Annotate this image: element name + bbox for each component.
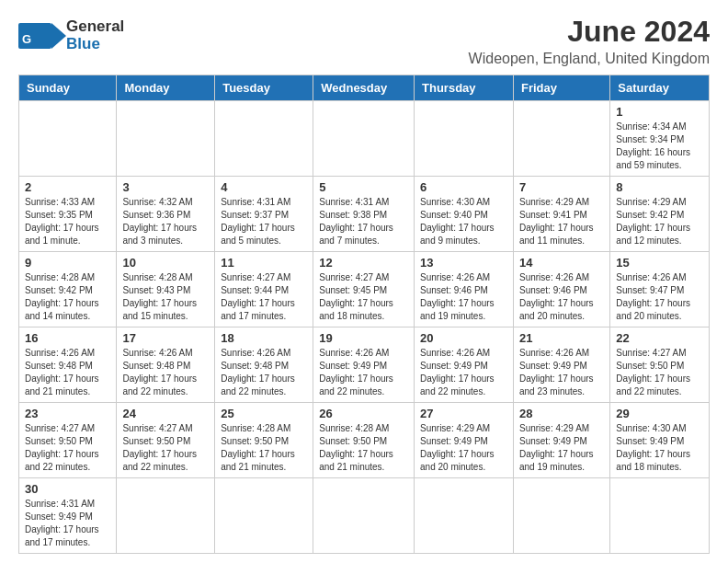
calendar-cell: 24Sunrise: 4:27 AMSunset: 9:50 PMDayligh… (117, 403, 215, 478)
calendar-header-saturday: Saturday (610, 75, 710, 101)
day-info: Sunrise: 4:26 AMSunset: 9:48 PMDaylight:… (221, 347, 307, 398)
month-title: June 2024 (469, 15, 710, 49)
day-number: 10 (122, 256, 209, 270)
day-number: 19 (319, 331, 408, 345)
day-info: Sunrise: 4:26 AMSunset: 9:48 PMDaylight:… (25, 347, 110, 398)
calendar-header-row: SundayMondayTuesdayWednesdayThursdayFrid… (19, 75, 710, 101)
day-number: 17 (122, 331, 209, 345)
calendar-cell: 20Sunrise: 4:26 AMSunset: 9:49 PMDayligh… (415, 327, 514, 403)
calendar-cell (313, 478, 415, 554)
svg-text:G: G (22, 32, 31, 46)
calendar-cell: 12Sunrise: 4:27 AMSunset: 9:45 PMDayligh… (313, 252, 415, 327)
day-info: Sunrise: 4:31 AMSunset: 9:49 PMDaylight:… (25, 498, 110, 549)
day-info: Sunrise: 4:26 AMSunset: 9:46 PMDaylight:… (519, 271, 604, 323)
calendar-cell: 8Sunrise: 4:29 AMSunset: 9:42 PMDaylight… (610, 177, 710, 252)
day-number: 7 (519, 180, 604, 194)
calendar-cell (513, 101, 609, 177)
location-title: Wideopen, England, United Kingdom (469, 51, 710, 67)
calendar-week-row: 23Sunrise: 4:27 AMSunset: 9:50 PMDayligh… (19, 403, 710, 478)
day-info: Sunrise: 4:30 AMSunset: 9:49 PMDaylight:… (616, 422, 703, 474)
day-number: 3 (122, 180, 209, 194)
calendar-cell: 14Sunrise: 4:26 AMSunset: 9:46 PMDayligh… (513, 252, 609, 327)
day-info: Sunrise: 4:26 AMSunset: 9:48 PMDaylight:… (122, 347, 209, 398)
calendar-header-wednesday: Wednesday (313, 75, 415, 101)
day-info: Sunrise: 4:31 AMSunset: 9:38 PMDaylight:… (319, 196, 408, 247)
day-number: 2 (25, 180, 110, 194)
calendar-cell: 9Sunrise: 4:28 AMSunset: 9:42 PMDaylight… (19, 252, 117, 327)
calendar-header-tuesday: Tuesday (215, 75, 313, 101)
day-number: 9 (25, 256, 110, 270)
day-number: 4 (221, 180, 307, 194)
calendar-cell: 11Sunrise: 4:27 AMSunset: 9:44 PMDayligh… (215, 252, 313, 327)
day-info: Sunrise: 4:27 AMSunset: 9:50 PMDaylight:… (616, 347, 703, 398)
day-number: 14 (519, 256, 604, 270)
day-info: Sunrise: 4:29 AMSunset: 9:42 PMDaylight:… (616, 196, 703, 247)
calendar-cell (610, 478, 710, 554)
calendar-cell: 4Sunrise: 4:31 AMSunset: 9:37 PMDaylight… (215, 177, 313, 252)
day-number: 18 (221, 331, 307, 345)
day-number: 24 (122, 407, 209, 420)
calendar-cell: 30Sunrise: 4:31 AMSunset: 9:49 PMDayligh… (19, 478, 117, 554)
calendar-cell: 29Sunrise: 4:30 AMSunset: 9:49 PMDayligh… (610, 403, 710, 478)
calendar-cell (215, 478, 313, 554)
calendar-cell: 5Sunrise: 4:31 AMSunset: 9:38 PMDaylight… (313, 177, 415, 252)
calendar-cell: 16Sunrise: 4:26 AMSunset: 9:48 PMDayligh… (19, 327, 117, 403)
day-info: Sunrise: 4:27 AMSunset: 9:50 PMDaylight:… (25, 422, 110, 474)
calendar-cell: 17Sunrise: 4:26 AMSunset: 9:48 PMDayligh… (117, 327, 215, 403)
day-number: 15 (616, 256, 703, 270)
day-number: 23 (25, 407, 110, 420)
day-number: 16 (25, 331, 110, 345)
day-info: Sunrise: 4:27 AMSunset: 9:50 PMDaylight:… (122, 422, 209, 474)
day-number: 29 (616, 407, 703, 420)
calendar-cell: 22Sunrise: 4:27 AMSunset: 9:50 PMDayligh… (610, 327, 710, 403)
calendar-cell: 10Sunrise: 4:28 AMSunset: 9:43 PMDayligh… (117, 252, 215, 327)
calendar-cell: 2Sunrise: 4:33 AMSunset: 9:35 PMDaylight… (19, 177, 117, 252)
calendar-header-friday: Friday (513, 75, 609, 101)
logo: G General Blue (18, 18, 124, 52)
day-info: Sunrise: 4:31 AMSunset: 9:37 PMDaylight:… (221, 196, 307, 247)
day-info: Sunrise: 4:28 AMSunset: 9:50 PMDaylight:… (221, 422, 307, 474)
calendar-cell (313, 101, 415, 177)
calendar-cell (215, 101, 313, 177)
day-info: Sunrise: 4:26 AMSunset: 9:47 PMDaylight:… (616, 271, 703, 323)
logo-general-text: General (66, 18, 124, 36)
day-number: 25 (221, 407, 307, 420)
logo-blue-text: Blue (66, 36, 124, 53)
day-number: 22 (616, 331, 703, 345)
day-number: 11 (221, 256, 307, 270)
calendar-cell: 13Sunrise: 4:26 AMSunset: 9:46 PMDayligh… (415, 252, 514, 327)
day-info: Sunrise: 4:29 AMSunset: 9:49 PMDaylight:… (519, 422, 604, 474)
day-info: Sunrise: 4:34 AMSunset: 9:34 PMDaylight:… (616, 121, 703, 172)
logo-icon: G (18, 19, 66, 52)
day-number: 21 (519, 331, 604, 345)
calendar-cell: 25Sunrise: 4:28 AMSunset: 9:50 PMDayligh… (215, 403, 313, 478)
day-info: Sunrise: 4:29 AMSunset: 9:49 PMDaylight:… (420, 422, 507, 474)
calendar-cell: 26Sunrise: 4:28 AMSunset: 9:50 PMDayligh… (313, 403, 415, 478)
calendar-cell: 27Sunrise: 4:29 AMSunset: 9:49 PMDayligh… (415, 403, 514, 478)
calendar-cell: 18Sunrise: 4:26 AMSunset: 9:48 PMDayligh… (215, 327, 313, 403)
day-info: Sunrise: 4:27 AMSunset: 9:44 PMDaylight:… (221, 271, 307, 323)
title-section: June 2024 Wideopen, England, United King… (469, 15, 710, 67)
calendar-cell (117, 478, 215, 554)
day-info: Sunrise: 4:26 AMSunset: 9:49 PMDaylight:… (519, 347, 604, 398)
calendar-week-row: 30Sunrise: 4:31 AMSunset: 9:49 PMDayligh… (19, 478, 710, 554)
calendar-week-row: 9Sunrise: 4:28 AMSunset: 9:42 PMDaylight… (19, 252, 710, 327)
day-number: 12 (319, 256, 408, 270)
svg-marker-1 (51, 23, 66, 49)
calendar-cell: 7Sunrise: 4:29 AMSunset: 9:41 PMDaylight… (513, 177, 609, 252)
calendar-week-row: 2Sunrise: 4:33 AMSunset: 9:35 PMDaylight… (19, 177, 710, 252)
day-info: Sunrise: 4:28 AMSunset: 9:43 PMDaylight:… (122, 271, 209, 323)
calendar-cell: 15Sunrise: 4:26 AMSunset: 9:47 PMDayligh… (610, 252, 710, 327)
calendar-cell (117, 101, 215, 177)
day-info: Sunrise: 4:27 AMSunset: 9:45 PMDaylight:… (319, 271, 408, 323)
day-info: Sunrise: 4:28 AMSunset: 9:42 PMDaylight:… (25, 271, 110, 323)
day-number: 5 (319, 180, 408, 194)
calendar-week-row: 16Sunrise: 4:26 AMSunset: 9:48 PMDayligh… (19, 327, 710, 403)
calendar-cell (415, 101, 514, 177)
day-info: Sunrise: 4:33 AMSunset: 9:35 PMDaylight:… (25, 196, 110, 247)
calendar-cell: 23Sunrise: 4:27 AMSunset: 9:50 PMDayligh… (19, 403, 117, 478)
day-info: Sunrise: 4:30 AMSunset: 9:40 PMDaylight:… (420, 196, 507, 247)
day-number: 8 (616, 180, 703, 194)
header: G General Blue June 2024 Wideopen, Engla… (18, 15, 710, 67)
calendar-header-sunday: Sunday (19, 75, 117, 101)
